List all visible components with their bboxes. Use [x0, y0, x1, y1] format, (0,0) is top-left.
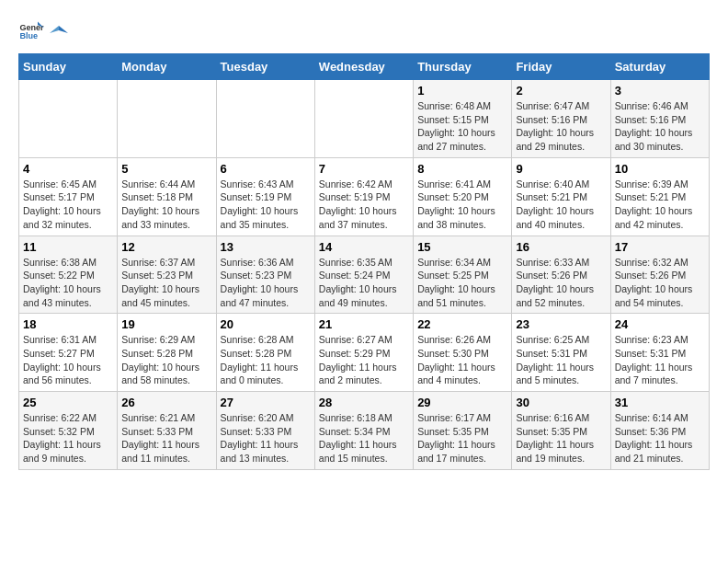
calendar-cell: 9Sunrise: 6:40 AM Sunset: 5:21 PM Daylig… [512, 157, 610, 236]
day-number: 16 [516, 240, 606, 254]
calendar-cell: 12Sunrise: 6:37 AM Sunset: 5:23 PM Dayli… [118, 236, 216, 314]
cell-content: Sunrise: 6:26 AM Sunset: 5:30 PM Dayligh… [417, 333, 507, 387]
weekday-tuesday: Tuesday [216, 54, 314, 80]
calendar-cell: 10Sunrise: 6:39 AM Sunset: 5:21 PM Dayli… [610, 157, 709, 236]
day-number: 20 [221, 317, 311, 331]
calendar-cell: 13Sunrise: 6:36 AM Sunset: 5:23 PM Dayli… [216, 236, 314, 314]
calendar-cell: 3Sunrise: 6:46 AM Sunset: 5:16 PM Daylig… [610, 80, 709, 158]
calendar-body: 1Sunrise: 6:48 AM Sunset: 5:15 PM Daylig… [19, 80, 710, 470]
day-number: 22 [417, 317, 507, 331]
weekday-monday: Monday [118, 54, 216, 80]
cell-content: Sunrise: 6:31 AM Sunset: 5:27 PM Dayligh… [23, 333, 113, 387]
day-number: 11 [23, 240, 113, 254]
calendar: SundayMondayTuesdayWednesdayThursdayFrid… [18, 53, 710, 470]
calendar-cell: 31Sunrise: 6:14 AM Sunset: 5:36 PM Dayli… [610, 392, 709, 470]
cell-content: Sunrise: 6:34 AM Sunset: 5:25 PM Dayligh… [417, 256, 507, 310]
weekday-saturday: Saturday [610, 54, 709, 80]
calendar-week-1: 1Sunrise: 6:48 AM Sunset: 5:15 PM Daylig… [19, 80, 710, 158]
day-number: 15 [417, 240, 507, 254]
calendar-cell: 11Sunrise: 6:38 AM Sunset: 5:22 PM Dayli… [19, 236, 118, 314]
calendar-cell: 24Sunrise: 6:23 AM Sunset: 5:31 PM Dayli… [610, 314, 709, 392]
svg-marker-3 [59, 26, 68, 33]
cell-content: Sunrise: 6:37 AM Sunset: 5:23 PM Dayligh… [121, 256, 211, 310]
cell-content: Sunrise: 6:45 AM Sunset: 5:17 PM Dayligh… [23, 178, 113, 232]
cell-content: Sunrise: 6:44 AM Sunset: 5:18 PM Dayligh… [121, 178, 211, 232]
cell-content: Sunrise: 6:43 AM Sunset: 5:19 PM Dayligh… [221, 178, 311, 232]
calendar-cell: 1Sunrise: 6:48 AM Sunset: 5:15 PM Daylig… [414, 80, 512, 158]
day-number: 12 [121, 240, 211, 254]
cell-content: Sunrise: 6:40 AM Sunset: 5:21 PM Dayligh… [516, 178, 606, 232]
calendar-cell: 28Sunrise: 6:18 AM Sunset: 5:34 PM Dayli… [314, 392, 413, 470]
calendar-cell: 6Sunrise: 6:43 AM Sunset: 5:19 PM Daylig… [216, 157, 314, 236]
cell-content: Sunrise: 6:38 AM Sunset: 5:22 PM Dayligh… [23, 256, 113, 310]
day-number: 25 [23, 396, 113, 409]
calendar-cell: 17Sunrise: 6:32 AM Sunset: 5:26 PM Dayli… [610, 236, 709, 314]
day-number: 14 [319, 240, 409, 254]
calendar-cell [314, 80, 413, 158]
cell-content: Sunrise: 6:36 AM Sunset: 5:23 PM Dayligh… [221, 256, 311, 310]
day-number: 9 [516, 162, 606, 176]
day-number: 13 [221, 240, 311, 254]
day-number: 10 [615, 162, 705, 176]
weekday-header-row: SundayMondayTuesdayWednesdayThursdayFrid… [19, 54, 710, 80]
day-number: 7 [319, 162, 409, 176]
calendar-cell [19, 80, 118, 158]
header: General Blue [18, 18, 710, 44]
cell-content: Sunrise: 6:18 AM Sunset: 5:34 PM Dayligh… [319, 411, 409, 465]
cell-content: Sunrise: 6:25 AM Sunset: 5:31 PM Dayligh… [516, 333, 606, 387]
day-number: 21 [319, 317, 409, 331]
day-number: 30 [516, 396, 606, 409]
cell-content: Sunrise: 6:28 AM Sunset: 5:28 PM Dayligh… [221, 333, 311, 387]
cell-content: Sunrise: 6:21 AM Sunset: 5:33 PM Dayligh… [121, 411, 211, 465]
cell-content: Sunrise: 6:23 AM Sunset: 5:31 PM Dayligh… [615, 333, 705, 387]
day-number: 26 [121, 396, 211, 409]
logo-bird-icon [50, 24, 68, 42]
day-number: 5 [121, 162, 211, 176]
calendar-cell [216, 80, 314, 158]
logo-icon: General Blue [18, 18, 44, 44]
calendar-cell: 20Sunrise: 6:28 AM Sunset: 5:28 PM Dayli… [216, 314, 314, 392]
day-number: 3 [615, 84, 705, 98]
calendar-cell: 22Sunrise: 6:26 AM Sunset: 5:30 PM Dayli… [414, 314, 512, 392]
calendar-cell: 16Sunrise: 6:33 AM Sunset: 5:26 PM Dayli… [512, 236, 610, 314]
cell-content: Sunrise: 6:47 AM Sunset: 5:16 PM Dayligh… [516, 99, 606, 154]
svg-marker-4 [50, 26, 59, 33]
day-number: 8 [417, 162, 507, 176]
weekday-friday: Friday [512, 54, 610, 80]
day-number: 23 [516, 317, 606, 331]
cell-content: Sunrise: 6:33 AM Sunset: 5:26 PM Dayligh… [516, 256, 606, 310]
cell-content: Sunrise: 6:16 AM Sunset: 5:35 PM Dayligh… [516, 411, 606, 465]
day-number: 27 [221, 396, 311, 409]
calendar-cell: 25Sunrise: 6:22 AM Sunset: 5:32 PM Dayli… [19, 392, 118, 470]
weekday-sunday: Sunday [19, 54, 118, 80]
cell-content: Sunrise: 6:39 AM Sunset: 5:21 PM Dayligh… [615, 178, 705, 232]
cell-content: Sunrise: 6:46 AM Sunset: 5:16 PM Dayligh… [615, 99, 705, 154]
weekday-wednesday: Wednesday [314, 54, 413, 80]
cell-content: Sunrise: 6:14 AM Sunset: 5:36 PM Dayligh… [615, 411, 705, 465]
cell-content: Sunrise: 6:17 AM Sunset: 5:35 PM Dayligh… [417, 411, 507, 465]
calendar-cell: 4Sunrise: 6:45 AM Sunset: 5:17 PM Daylig… [19, 157, 118, 236]
calendar-cell: 26Sunrise: 6:21 AM Sunset: 5:33 PM Dayli… [118, 392, 216, 470]
cell-content: Sunrise: 6:27 AM Sunset: 5:29 PM Dayligh… [319, 333, 409, 387]
cell-content: Sunrise: 6:29 AM Sunset: 5:28 PM Dayligh… [121, 333, 211, 387]
cell-content: Sunrise: 6:35 AM Sunset: 5:24 PM Dayligh… [319, 256, 409, 310]
calendar-cell: 23Sunrise: 6:25 AM Sunset: 5:31 PM Dayli… [512, 314, 610, 392]
day-number: 17 [615, 240, 705, 254]
cell-content: Sunrise: 6:42 AM Sunset: 5:19 PM Dayligh… [319, 178, 409, 232]
calendar-week-3: 11Sunrise: 6:38 AM Sunset: 5:22 PM Dayli… [19, 236, 710, 314]
day-number: 6 [221, 162, 311, 176]
calendar-cell: 27Sunrise: 6:20 AM Sunset: 5:33 PM Dayli… [216, 392, 314, 470]
calendar-cell: 18Sunrise: 6:31 AM Sunset: 5:27 PM Dayli… [19, 314, 118, 392]
day-number: 29 [417, 396, 507, 409]
day-number: 28 [319, 396, 409, 409]
calendar-cell: 30Sunrise: 6:16 AM Sunset: 5:35 PM Dayli… [512, 392, 610, 470]
calendar-cell: 8Sunrise: 6:41 AM Sunset: 5:20 PM Daylig… [414, 157, 512, 236]
svg-text:General: General [19, 23, 44, 32]
day-number: 19 [121, 317, 211, 331]
calendar-week-4: 18Sunrise: 6:31 AM Sunset: 5:27 PM Dayli… [19, 314, 710, 392]
calendar-week-5: 25Sunrise: 6:22 AM Sunset: 5:32 PM Dayli… [19, 392, 710, 470]
cell-content: Sunrise: 6:41 AM Sunset: 5:20 PM Dayligh… [417, 178, 507, 232]
calendar-cell: 21Sunrise: 6:27 AM Sunset: 5:29 PM Dayli… [314, 314, 413, 392]
day-number: 18 [23, 317, 113, 331]
cell-content: Sunrise: 6:48 AM Sunset: 5:15 PM Dayligh… [417, 99, 507, 154]
